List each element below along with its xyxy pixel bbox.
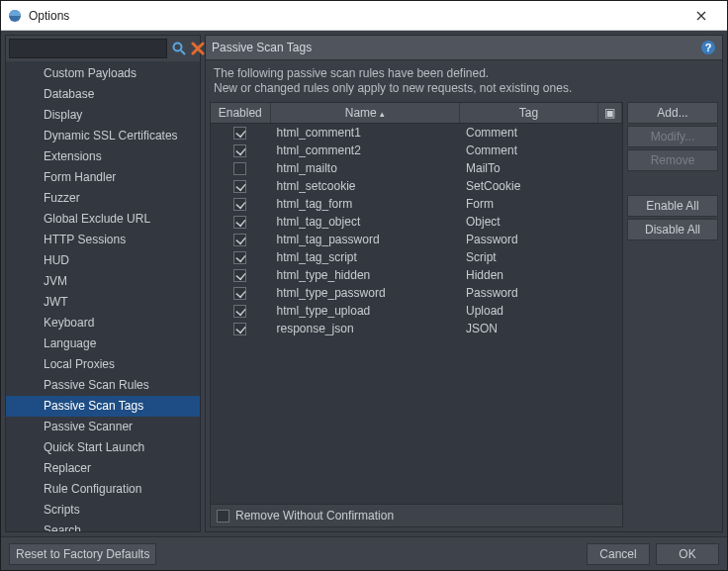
name-cell: html_tag_script [270,248,460,266]
enabled-checkbox[interactable] [233,251,246,264]
search-input[interactable] [9,39,167,58]
titlebar: Options [1,1,727,31]
sidebar-item[interactable]: Dynamic SSL Certificates [6,126,200,146]
sidebar-item[interactable]: HTTP Sessions [6,230,200,250]
sidebar-item[interactable]: Local Proxies [6,354,200,375]
col-tag[interactable]: Tag [460,103,598,124]
table-row[interactable]: html_tag_objectObject [211,213,622,231]
col-name[interactable]: Name▴ [270,103,460,124]
sidebar-item[interactable]: Passive Scan Tags [6,396,200,417]
cancel-button[interactable]: Cancel [587,543,650,565]
sidebar-item[interactable]: Search [6,521,200,531]
table-scroll[interactable]: Enabled Name▴ Tag ▣ html_comment1Comment… [211,103,622,504]
name-cell: html_comment2 [270,142,460,159]
tag-cell: Hidden [460,266,622,284]
close-button[interactable] [682,1,721,31]
enabled-checkbox[interactable] [233,198,246,211]
sidebar-item[interactable]: Extensions [6,146,200,167]
table-row[interactable]: html_type_uploadUpload [211,302,622,320]
sidebar-item[interactable]: Custom Payloads [6,63,200,84]
enabled-checkbox[interactable] [233,216,246,229]
col-menu-icon[interactable]: ▣ [598,103,622,124]
tag-cell: Form [460,195,622,213]
help-icon[interactable]: ? [700,40,716,55]
enabled-cell [211,124,270,142]
bottombar: Reset to Factory Defaults Cancel OK [1,536,727,570]
ok-button[interactable]: OK [656,543,719,565]
sidebar-item[interactable]: Form Handler [6,167,200,188]
search-icon[interactable] [171,40,187,57]
enabled-checkbox[interactable] [233,234,246,246]
side-buttons: Add... Modify... Remove Enable All Disab… [627,102,718,527]
sidebar-item[interactable]: Scripts [6,500,200,521]
enabled-cell [211,248,270,266]
sidebar-item[interactable]: Keyboard [6,313,200,333]
table-row[interactable]: html_tag_scriptScript [211,248,622,266]
table-row[interactable]: html_tag_passwordPassword [211,231,622,248]
name-cell: html_type_hidden [270,266,460,284]
enabled-checkbox[interactable] [233,287,246,300]
disable-all-button[interactable]: Disable All [627,219,718,240]
table-row[interactable]: response_jsonJSON [211,320,622,337]
sidebar: Custom PayloadsDatabaseDisplayDynamic SS… [5,35,201,532]
remove-without-confirm-row: Remove Without Confirmation [211,504,622,526]
name-cell: html_type_password [270,284,460,302]
enabled-checkbox[interactable] [233,144,246,157]
enabled-checkbox[interactable] [233,127,246,140]
table-wrap: Enabled Name▴ Tag ▣ html_comment1Comment… [210,102,623,527]
svg-line-2 [181,50,185,54]
remove-without-confirm-label: Remove Without Confirmation [235,509,394,523]
sidebar-item[interactable]: HUD [6,250,200,271]
table-area: Enabled Name▴ Tag ▣ html_comment1Comment… [206,102,722,531]
name-cell: html_setcookie [270,177,460,195]
tag-cell: Comment [460,124,622,142]
enabled-cell [211,177,270,195]
clear-icon[interactable] [191,40,205,57]
sidebar-item[interactable]: Passive Scan Rules [6,375,200,396]
add-button[interactable]: Add... [627,102,718,124]
tag-cell: Comment [460,142,622,159]
remove-without-confirm-checkbox[interactable] [217,510,229,523]
table-row[interactable]: html_type_passwordPassword [211,284,622,302]
sidebar-item[interactable]: Fuzzer [6,188,200,209]
enabled-checkbox[interactable] [233,323,246,335]
table-row[interactable]: html_setcookieSetCookie [211,177,622,195]
sort-asc-icon: ▴ [380,109,385,119]
enabled-checkbox[interactable] [233,305,246,318]
enabled-checkbox[interactable] [233,180,246,193]
sidebar-item[interactable]: JVM [6,271,200,292]
sidebar-item[interactable]: Rule Configuration [6,479,200,500]
table-row[interactable]: html_comment1Comment [211,124,622,142]
tag-cell: Object [460,213,622,231]
enable-all-button[interactable]: Enable All [627,195,718,217]
sidebar-item[interactable]: Quick Start Launch [6,437,200,458]
table-row[interactable]: html_mailtoMailTo [211,159,622,177]
sidebar-item[interactable]: Display [6,105,200,126]
sidebar-item[interactable]: Database [6,84,200,105]
name-cell: html_comment1 [270,124,460,142]
remove-button[interactable]: Remove [627,149,718,171]
enabled-cell [211,320,270,337]
table-row[interactable]: html_tag_formForm [211,195,622,213]
table-row[interactable]: html_comment2Comment [211,142,622,159]
enabled-cell [211,266,270,284]
table-row[interactable]: html_type_hiddenHidden [211,266,622,284]
sidebar-item[interactable]: Global Exclude URL [6,209,200,230]
tag-cell: Script [460,248,622,266]
enabled-checkbox[interactable] [233,162,246,175]
enabled-checkbox[interactable] [233,269,246,282]
svg-point-1 [174,44,182,51]
sidebar-item[interactable]: Replacer [6,458,200,479]
name-cell: html_tag_form [270,195,460,213]
sidebar-tree[interactable]: Custom PayloadsDatabaseDisplayDynamic SS… [6,61,200,531]
app-icon [7,8,23,24]
enabled-cell [211,302,270,320]
modify-button[interactable]: Modify... [627,126,718,147]
reset-button[interactable]: Reset to Factory Defaults [9,543,156,565]
sidebar-item[interactable]: Language [6,333,200,354]
body: Custom PayloadsDatabaseDisplayDynamic SS… [1,31,727,536]
enabled-cell [211,142,270,159]
sidebar-item[interactable]: Passive Scanner [6,417,200,437]
sidebar-item[interactable]: JWT [6,292,200,313]
col-enabled[interactable]: Enabled [211,103,270,124]
